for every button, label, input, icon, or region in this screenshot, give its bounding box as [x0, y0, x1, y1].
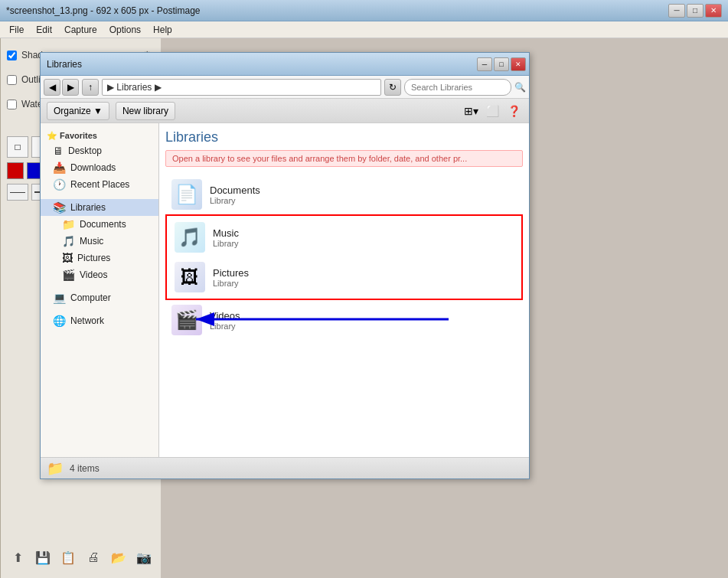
desktop-icon: 🖥 — [53, 145, 64, 157]
videos-icon: 🎬 — [62, 269, 75, 281]
explorer-close[interactable]: ✕ — [511, 57, 526, 71]
explorer-toolbar: Organize ▼ New library ⊞▾ ⬜ ❓ — [41, 99, 529, 123]
explorer-main: Libraries Open a library to see your fil… — [159, 123, 529, 457]
sidebar-item-network[interactable]: 🌐 Network — [41, 312, 158, 329]
explorer-body: ⭐ Favorites 🖥 Desktop 📥 Downloads 🕐 Rece… — [41, 123, 529, 457]
network-icon: 🌐 — [53, 315, 66, 327]
sidebar-item-pictures[interactable]: 🖼 Pictures — [41, 250, 158, 266]
libraries-section: 📚 Libraries 📁 Documents 🎵 Music 🖼 Pictur… — [41, 199, 158, 283]
explorer-sidebar: ⭐ Favorites 🖥 Desktop 📥 Downloads 🕐 Rece… — [41, 123, 159, 457]
library-item-pictures[interactable]: 🖼 Pictures Library — [168, 257, 520, 297]
sidebar-item-downloads[interactable]: 📥 Downloads — [41, 159, 158, 176]
sidebar-item-videos[interactable]: 🎬 Videos — [41, 266, 158, 283]
app-titlebar: *screenshot_13.png - 692 x 605 px - Post… — [0, 0, 728, 21]
search-icon: 🔍 — [514, 82, 526, 93]
explorer-window: Libraries ─ □ ✕ ◀ ▶ ↑ ▶ Libraries ▶ ↻ 🔍 … — [40, 52, 530, 479]
libraries-folder-icon: 📚 — [53, 201, 66, 214]
up-button[interactable]: ↑ — [82, 79, 99, 96]
save-button[interactable]: 💾 — [32, 546, 54, 569]
music-icon: 🎵 — [62, 235, 75, 247]
sidebar-item-desktop[interactable]: 🖥 Desktop — [41, 142, 158, 159]
new-library-button[interactable]: New library — [116, 102, 175, 120]
preview-pane-button[interactable]: ⬜ — [483, 102, 501, 120]
menu-help[interactable]: Help — [147, 23, 178, 37]
explorer-statusbar: 📁 4 items — [41, 457, 529, 478]
network-section: 🌐 Network — [41, 312, 158, 329]
pictures-icon: 🖼 — [62, 252, 73, 264]
camera-button[interactable]: 📷 — [132, 546, 155, 569]
status-items-count: 4 items — [70, 463, 100, 474]
app-title: *screenshot_13.png - 692 x 605 px - Post… — [6, 5, 668, 16]
library-item-music[interactable]: 🎵 Music Library — [168, 217, 520, 257]
view-controls: ⊞▾ ⬜ ❓ — [462, 102, 523, 120]
explorer-title: Libraries — [44, 59, 477, 70]
pictures-lib-icon: 🖼 — [175, 262, 205, 292]
libraries-info-bar: Open a library to see your files and arr… — [165, 150, 523, 167]
star-icon: ⭐ — [47, 131, 57, 140]
color-red[interactable] — [7, 162, 24, 179]
help-button[interactable]: ❓ — [504, 102, 523, 120]
view-options-button[interactable]: ⊞▾ — [462, 102, 480, 120]
sidebar-item-recent[interactable]: 🕐 Recent Places — [41, 176, 158, 193]
favorites-section: ⭐ Favorites 🖥 Desktop 📥 Downloads 🕐 Rece… — [41, 129, 158, 193]
libraries-heading: Libraries — [165, 129, 523, 145]
music-lib-icon: 🎵 — [175, 222, 205, 253]
watermark-checkbox[interactable] — [7, 100, 17, 109]
refresh-button[interactable]: ↻ — [384, 79, 401, 96]
line-thin[interactable] — [7, 184, 28, 201]
pictures-lib-info: Pictures Library — [213, 267, 249, 288]
downloads-icon: 📥 — [53, 162, 66, 174]
sidebar-item-libraries[interactable]: 📚 Libraries — [41, 199, 158, 216]
folder-open-button[interactable]: 📂 — [107, 546, 129, 569]
explorer-minimize[interactable]: ─ — [477, 57, 492, 71]
search-input[interactable] — [404, 79, 511, 96]
music-lib-info: Music Library — [213, 227, 239, 248]
nav-buttons: ◀ ▶ — [44, 79, 79, 96]
menu-file[interactable]: File — [3, 23, 30, 37]
menu-edit[interactable]: Edit — [30, 23, 58, 37]
rectangle-tool[interactable]: □ — [7, 136, 28, 158]
address-bar: ◀ ▶ ↑ ▶ Libraries ▶ ↻ 🔍 — [41, 76, 529, 99]
organize-button[interactable]: Organize ▼ — [47, 102, 109, 120]
explorer-controls: ─ □ ✕ — [477, 57, 526, 71]
sidebar-item-documents[interactable]: 📁 Documents — [41, 216, 158, 233]
bottom-tools: ⬆ 💾 📋 🖨 📂 📷 — [7, 531, 155, 569]
outline-checkbox[interactable] — [7, 75, 17, 85]
sidebar-item-music[interactable]: 🎵 Music — [41, 233, 158, 250]
menu-capture[interactable]: Capture — [58, 23, 103, 37]
back-button[interactable]: ◀ — [44, 79, 60, 96]
maximize-button[interactable]: □ — [687, 4, 704, 18]
documents-lib-icon: 📄 — [171, 179, 202, 210]
print-button[interactable]: 🖨 — [82, 546, 104, 569]
favorites-header: ⭐ Favorites — [41, 129, 158, 142]
computer-icon: 💻 — [53, 292, 66, 304]
library-item-documents[interactable]: 📄 Documents Library — [165, 175, 523, 214]
app-menubar: File Edit Capture Options Help — [0, 21, 728, 38]
sidebar-item-computer[interactable]: 💻 Computer — [41, 289, 158, 306]
explorer-titlebar: Libraries ─ □ ✕ — [41, 53, 529, 76]
upload-button[interactable]: ⬆ — [7, 546, 29, 569]
computer-section: 💻 Computer — [41, 289, 158, 306]
shadow-checkbox[interactable] — [7, 51, 17, 60]
library-item-videos[interactable]: 🎬 Videos Library — [165, 300, 523, 340]
app-window-controls: ─ □ ✕ — [668, 4, 722, 18]
folder-status-icon: 📁 — [47, 460, 64, 477]
menu-options[interactable]: Options — [103, 23, 147, 37]
close-button[interactable]: ✕ — [705, 4, 722, 18]
copy-button[interactable]: 📋 — [57, 546, 80, 569]
breadcrumb[interactable]: ▶ Libraries ▶ — [102, 79, 381, 96]
arrow-annotation — [188, 308, 456, 331]
app-content: Libraries ─ □ ✕ ◀ ▶ ↑ ▶ Libraries ▶ ↻ 🔍 … — [0, 38, 728, 578]
forward-button[interactable]: ▶ — [62, 79, 79, 96]
minimize-button[interactable]: ─ — [668, 4, 685, 18]
documents-icon: 📁 — [62, 218, 75, 230]
selection-box: 🎵 Music Library 🖼 — [165, 214, 523, 300]
explorer-maximize[interactable]: □ — [494, 57, 509, 71]
recent-icon: 🕐 — [53, 178, 66, 191]
documents-lib-info: Documents Library — [210, 185, 260, 205]
selection-group: 🎵 Music Library 🖼 — [165, 214, 523, 300]
